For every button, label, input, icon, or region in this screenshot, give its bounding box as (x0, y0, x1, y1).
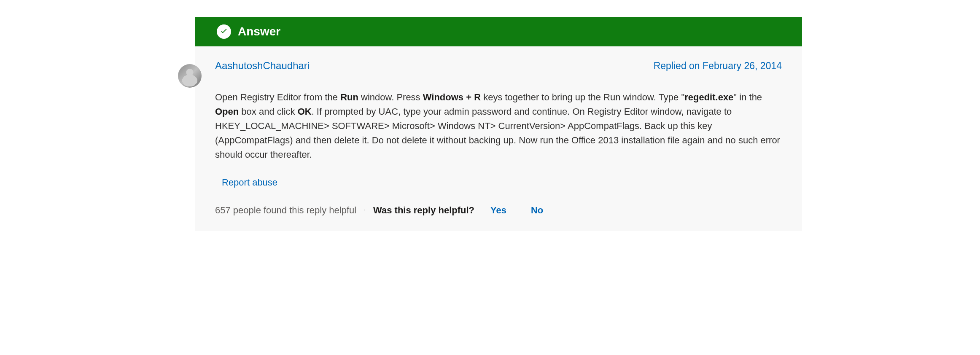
content-text: Open Registry Editor from the (215, 92, 340, 102)
vote-yes-button[interactable]: Yes (490, 205, 506, 216)
helpful-count: 657 people found this reply helpful (215, 205, 356, 216)
content-bold: Run (340, 92, 358, 102)
answer-body: AashutoshChaudhari Replied on February 2… (195, 46, 802, 231)
post-meta: AashutoshChaudhari Replied on February 2… (215, 60, 782, 72)
answer-header-label: Answer (238, 25, 280, 38)
content-bold: Windows + R (423, 92, 481, 102)
check-circle-icon (217, 24, 231, 39)
report-abuse-link[interactable]: Report abuse (222, 177, 277, 188)
post-content: Open Registry Editor from the Run window… (215, 90, 782, 162)
content-text: " in the (733, 92, 762, 102)
answer-header: Answer (195, 17, 802, 46)
content-text: window. Press (358, 92, 423, 102)
reply-date: Replied on February 26, 2014 (654, 60, 782, 72)
answer-container: Answer AashutoshChaudhari Replied on Feb… (178, 17, 802, 231)
separator-dot-icon: · (364, 206, 366, 213)
content-bold: OK (298, 106, 312, 117)
content-text: box and click (239, 106, 297, 117)
content-bold: regedit.exe (684, 92, 733, 102)
author-avatar[interactable] (178, 64, 202, 88)
vote-no-button[interactable]: No (531, 205, 543, 216)
content-text: keys together to bring up the Run window… (481, 92, 684, 102)
content-bold: Open (215, 106, 239, 117)
helpful-row: 657 people found this reply helpful · Wa… (215, 205, 782, 216)
helpful-question: Was this reply helpful? (373, 205, 474, 216)
author-link[interactable]: AashutoshChaudhari (215, 60, 310, 72)
